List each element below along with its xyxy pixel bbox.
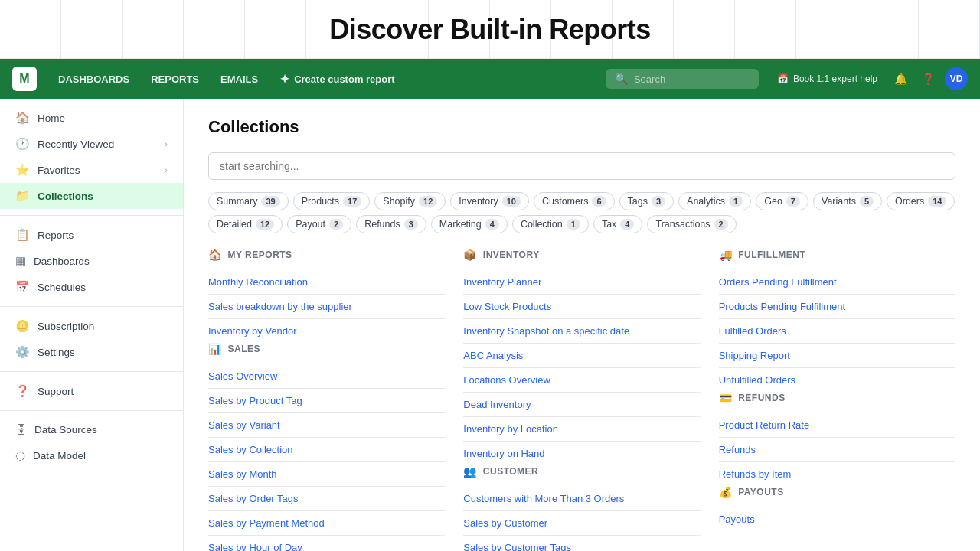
help-button[interactable]: ❓ [917, 68, 939, 90]
book-help-button[interactable]: 📅 Book 1:1 expert help [771, 70, 884, 87]
sidebar-item-collections[interactable]: 📁 Collections [0, 183, 183, 209]
filter-tab-detailed[interactable]: Detailed 12 [208, 215, 283, 233]
filter-tab-payout[interactable]: Payout 2 [287, 215, 351, 233]
sidebar-item-schedules[interactable]: 📅 Schedules [0, 274, 183, 300]
filter-tab-label: Tags [628, 196, 648, 207]
report-section-my-reports: 🏠 MY REPORTS Monthly ReconciliationSales… [208, 249, 445, 343]
sidebar-divider [0, 306, 183, 307]
report-link-product-return-rate[interactable]: Product Return Rate [719, 413, 956, 438]
report-link-orders-pending-fulfillment[interactable]: Orders Pending Fulfillment [719, 270, 956, 295]
sidebar-item-reports[interactable]: 📋 Reports [0, 222, 183, 248]
report-link-refunds-by-item[interactable]: Refunds by Item [719, 462, 956, 486]
nav-create-report[interactable]: ✦ Create custom report [270, 67, 403, 91]
report-link-shipping-report[interactable]: Shipping Report [719, 344, 956, 368]
nav-logo[interactable]: M [12, 67, 37, 91]
filter-tab-summary[interactable]: Summary 39 [208, 192, 289, 210]
filter-tabs: Summary 39 Products 17 Shopify 12 Invent… [208, 192, 956, 233]
report-link-sales-overview[interactable]: Sales Overview [208, 364, 445, 389]
filter-tab-transactions[interactable]: Transactions 2 [647, 215, 736, 233]
search-input[interactable] [634, 73, 750, 85]
filter-tab-orders[interactable]: Orders 14 [887, 192, 955, 210]
report-link-sales-by-variant[interactable]: Sales by Variant [208, 413, 445, 438]
report-link-inventory-snapshot-on-a-specific-date[interactable]: Inventory Snapshot on a specific date [463, 319, 700, 344]
filter-tab-label: Products [302, 196, 339, 207]
report-link-inventory-by-location[interactable]: Inventory by Location [463, 417, 700, 442]
report-section-sales: 📊 SALES Sales OverviewSales by Product T… [208, 343, 445, 551]
sidebar-item-data-sources[interactable]: 🗄 Data Sources [0, 417, 183, 442]
sidebar-item-dashboards[interactable]: ▦ Dashboards [0, 248, 183, 274]
filter-tab-geo[interactable]: Geo 7 [756, 192, 808, 210]
report-link-sales-by-payment-method[interactable]: Sales by Payment Method [208, 511, 445, 536]
filter-tab-analytics[interactable]: Analytics 1 [678, 192, 751, 210]
report-link-inventory-by-vendor[interactable]: Inventory by Vendor [208, 319, 445, 343]
report-link-dead-inventory[interactable]: Dead Inventory [463, 393, 700, 417]
report-link-products-pending-fulfillment[interactable]: Products Pending Fulfillment [719, 295, 956, 319]
collections-search-input[interactable] [208, 152, 956, 180]
report-link-fulfilled-orders[interactable]: Fulfilled Orders [719, 319, 956, 344]
filter-tab-label: Inventory [459, 196, 498, 207]
report-link-inventory-planner[interactable]: Inventory Planner [463, 270, 700, 295]
sidebar-label-favorites: Favorites [38, 165, 157, 176]
report-column-1: 🏠 MY REPORTS Monthly ReconciliationSales… [208, 249, 445, 551]
nav-search[interactable]: 🔍 [606, 69, 759, 89]
filter-tab-shopify[interactable]: Shopify 12 [374, 192, 446, 210]
nav-emails[interactable]: EMAILS [211, 69, 267, 90]
section-header-sales: 📊 SALES [208, 343, 445, 355]
sidebar-item-support[interactable]: ❓ Support [0, 378, 183, 404]
sidebar-item-favorites[interactable]: ⭐ Favorites › [0, 157, 183, 183]
section-header-fulfillment: 🚚 FULFILLMENT [719, 249, 956, 261]
nav-dashboards[interactable]: DASHBOARDS [49, 69, 139, 90]
report-link-refunds[interactable]: Refunds [719, 438, 956, 462]
sidebar-item-subscription[interactable]: 🪙 Subscription [0, 313, 183, 339]
report-link-sales-by-hour-of-day[interactable]: Sales by Hour of Day [208, 536, 445, 551]
filter-tab-customers[interactable]: Customers 6 [534, 192, 615, 210]
user-avatar[interactable]: VD [945, 67, 968, 90]
report-link-low-stock-products[interactable]: Low Stock Products [463, 295, 700, 319]
report-link-sales-by-product-tag[interactable]: Sales by Product Tag [208, 389, 445, 413]
sidebar-label-home: Home [38, 112, 168, 124]
filter-tab-refunds[interactable]: Refunds 3 [356, 215, 426, 233]
section-icon-sales: 📊 [208, 343, 222, 355]
notifications-button[interactable]: 🔔 [890, 68, 911, 90]
filter-tab-count: 1 [729, 196, 743, 207]
nav-actions: 📅 Book 1:1 expert help 🔔 ❓ VD [771, 67, 968, 90]
report-section-payouts: 💰 PAYOUTS Payouts [719, 486, 956, 531]
filter-tab-inventory[interactable]: Inventory 10 [450, 192, 529, 210]
report-link-sales-by-customer-tags[interactable]: Sales by Customer Tags [463, 536, 700, 551]
search-icon: 🔍 [615, 73, 628, 85]
report-link-sales-breakdown-by-the-supplier[interactable]: Sales breakdown by the supplier [208, 295, 445, 319]
sidebar-label-data-model: Data Model [33, 450, 168, 461]
filter-tab-variants[interactable]: Variants 5 [813, 192, 882, 210]
home-icon: 🏠 [15, 111, 30, 125]
report-link-sales-by-collection[interactable]: Sales by Collection [208, 438, 445, 462]
filter-tab-marketing[interactable]: Marketing 4 [431, 215, 508, 233]
sidebar-item-recently-viewed[interactable]: 🕐 Recently Viewed › [0, 131, 183, 157]
section-header-refunds: 💳 REFUNDS [719, 392, 956, 404]
filter-tab-collection[interactable]: Collection 1 [512, 215, 589, 233]
report-link-customers-with-more-than-3-orders[interactable]: Customers with More Than 3 Orders [463, 487, 700, 511]
filter-tab-tax[interactable]: Tax 4 [593, 215, 643, 233]
sidebar-item-home[interactable]: 🏠 Home [0, 105, 183, 131]
report-link-sales-by-order-tags[interactable]: Sales by Order Tags [208, 487, 445, 511]
collections-icon: 📁 [15, 189, 30, 203]
report-link-payouts[interactable]: Payouts [719, 507, 956, 531]
sidebar-divider [0, 215, 183, 216]
report-link-sales-by-month[interactable]: Sales by Month [208, 462, 445, 487]
report-link-abc-analysis[interactable]: ABC Analysis [463, 344, 700, 368]
filter-tab-count: 3 [652, 196, 665, 207]
sidebar-divider [0, 371, 183, 372]
nav-reports[interactable]: REPORTS [142, 69, 208, 90]
report-link-locations-overview[interactable]: Locations Overview [463, 368, 700, 393]
sidebar-label-subscription: Subscription [38, 321, 168, 332]
sidebar-item-settings[interactable]: ⚙️ Settings [0, 339, 183, 365]
filter-tab-products[interactable]: Products 17 [293, 192, 371, 210]
report-link-unfulfilled-orders[interactable]: Unfulfilled Orders [719, 368, 956, 392]
chevron-icon-recently-viewed: › [165, 139, 168, 148]
filter-tab-tags[interactable]: Tags 3 [619, 192, 675, 210]
report-link-sales-by-customer[interactable]: Sales by Customer [463, 511, 700, 536]
settings-icon: ⚙️ [15, 345, 30, 359]
report-section-refunds: 💳 REFUNDS Product Return RateRefundsRefu… [719, 392, 956, 486]
report-link-inventory-on-hand[interactable]: Inventory on Hand [463, 442, 700, 465]
report-link-monthly-reconciliation[interactable]: Monthly Reconciliation [208, 270, 445, 295]
sidebar-item-data-model[interactable]: ◌ Data Model [0, 442, 183, 468]
